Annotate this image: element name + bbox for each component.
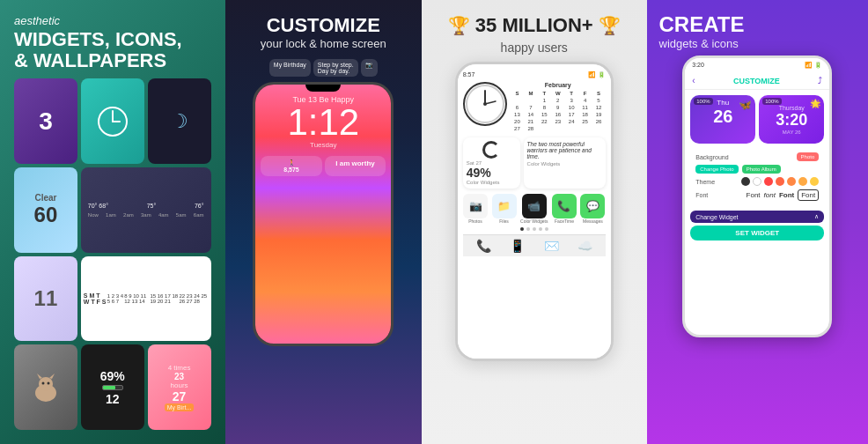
phone4-status-bar: 3:20 📶 🔋 [685,58,829,72]
widget-weather-wide: 70° 68° 75° 76° Now 1am 2am 3am 4am 5am … [81,167,211,253]
phone-mockup-3: 8:57 📶 🔋 February SMTWTFS [455,62,614,361]
font-option-4[interactable]: Font [798,189,819,201]
phone-widget-worthy: I am worthy [325,156,386,176]
background-setting-row: Background Photo [695,152,819,161]
widget-strip-item: My Birthday [269,59,311,77]
widget-clear-weather: Clear 60 [14,167,77,253]
theme-dot-yellow[interactable] [798,177,807,186]
svg-point-12 [483,102,487,106]
phone4-widget-1: 100% Thu 26 🦋 [690,95,755,144]
panel3-badge: 🏆 35 MILLION+ 🏆 [448,14,621,37]
theme-dot-row [741,177,819,186]
app-facetime: 📞 FaceTime [552,194,577,224]
trophy-icon: 🏆 [448,15,470,36]
phone-bottom-area: 🚶 8,575 I am worthy [255,151,391,181]
calendar-widget-3: February SMTWTFS 12345 6789101112 131415… [511,82,606,132]
phone-widget-steps: 🚶 8,575 [261,156,322,176]
phone-day: Tuesday [255,141,391,149]
phone-lock-area: Tue 13 Be Happy 1:12 Tuesday [255,92,391,151]
svg-marker-5 [37,374,42,379]
phone-time: 1:12 [255,104,391,141]
phone-4-container: 3:20 📶 🔋 ‹ CUSTOMIZE ⤴ 100% Thu 26 🦋 [659,56,857,337]
phone-mockup-2: Tue 13 Be Happy 1:12 Tuesday 🚶 8,575 I a… [253,82,394,346]
widget-number-11: 11 [14,256,77,342]
widgets-grid: 3 ☽ Clear 60 70° 68° 75° 76° [14,78,211,430]
panel-customize: CUSTOMIZE your lock & home screen My Bir… [225,0,423,444]
phone-clock-row: February SMTWTFS 12345 6789101112 131415… [463,82,606,132]
font-option-3[interactable]: Font [779,191,794,199]
font-options-row: Font font Font Font [747,189,820,201]
phone4-widget-row: 100% Thu 26 🦋 100% Thursday 3:20 MAY 26 … [685,90,829,149]
theme-dot-orange[interactable] [787,177,796,186]
panel-widgets: aesthetic WIDGETS, ICONS, & WALLPAPERS 3… [0,0,225,444]
analog-clock [463,82,507,126]
svg-point-7 [41,381,44,384]
trophy-icon-right: 🏆 [599,15,621,36]
bottom-apps-row: 📷 Photos 📁 Files 📹 Color Widgets 📞 FaceT… [463,194,606,224]
set-widget-button[interactable]: SET WIDGET [690,226,824,240]
theme-dot-red2[interactable] [776,177,784,186]
phone-notch [305,85,341,92]
widget-battery: 69% 12 [81,344,144,430]
theme-dot-black[interactable] [741,177,750,186]
widget-moon: ☽ [148,78,211,164]
phone4-header-bar: ‹ CUSTOMIZE ⤴ [685,72,829,90]
panel3-subtitle: happy users [448,41,621,55]
page-indicator [463,227,606,231]
app-files: 📁 Files [492,194,517,224]
theme-dot-red1[interactable] [764,177,773,186]
settings-panel: Background Photo Change Photo Photo Albu… [690,149,824,208]
widget-strip: My Birthday Step by step.Day by day. 📷 [261,57,386,78]
stat-widget-1: Sat 27 49% Color Widgets [463,137,520,189]
svg-marker-6 [49,374,55,379]
theme-dot-gold[interactable] [810,177,819,186]
widget-pink-counter: 4 times 23 hours 27 My Birt... [148,344,211,430]
theme-dot-white[interactable] [753,177,761,186]
app-camera: 📹 Color Widgets [520,194,548,224]
phone4-widget-2: 100% Thursday 3:20 MAY 26 🌟 [759,95,824,144]
panel1-subtitle: aesthetic [14,14,211,27]
change-photo-button[interactable]: Change Photo [695,165,738,174]
panel4-header: CREATE widgets & icons [659,12,857,50]
phone-screen-3: 8:57 📶 🔋 February SMTWTFS [458,64,611,359]
panel1-heading: WIDGETS, ICONS, & WALLPAPERS [14,29,211,71]
widget-cat-photo [14,344,77,430]
phone-stats-row: Sat 27 49% Color Widgets The two most po… [463,137,606,189]
font-setting-row: Font Font font Font Font [695,189,819,201]
panel2-title: CUSTOMIZE [261,14,386,37]
app-messages: 💬 Messages [580,194,605,224]
widget-strip-item: 📷 [361,59,378,77]
change-widget-row: Change Widget ∧ [690,211,824,223]
panel2-header: CUSTOMIZE your lock & home screen [246,0,401,57]
font-option-1[interactable]: Font [747,191,761,199]
panel-create: CREATE widgets & icons 3:20 📶 🔋 ‹ CUSTOM… [647,0,869,444]
photo-button[interactable]: Photo [797,152,820,161]
widget-calendar: S M T W T F S 1 2 3 4 5 6 7 8 9 10 11 12… [81,256,211,342]
font-option-2[interactable]: font [764,191,776,199]
panel-stats: 🏆 35 MILLION+ 🏆 happy users 8:57 📶 🔋 [422,0,647,444]
panel4-title: CREATE [659,12,857,37]
font-label: Font [695,192,708,198]
phone-status-bar-3: 8:57 📶 🔋 [463,71,606,78]
svg-point-4 [39,377,53,391]
photo-album-button[interactable]: Photo Album [742,165,781,174]
panel3-title: 35 MILLION+ [475,14,593,37]
quote-widget: The two most powerful warriors are patie… [524,137,606,189]
phone-mockup-4: 3:20 📶 🔋 ‹ CUSTOMIZE ⤴ 100% Thu 26 🦋 [682,56,832,337]
theme-setting-row: Theme [695,177,819,186]
svg-point-8 [47,381,49,384]
app-photos: 📷 Photos [463,194,488,224]
widget-strip-item: Step by step.Day by day. [313,59,358,77]
widget-clock-teal [81,78,144,164]
panel2-subtitle: your lock & home screen [261,37,386,50]
phone-dock: 📞 📱 ✉️ ☁️ [463,234,606,256]
panel4-subtitle: widgets & icons [659,37,857,50]
panel3-header: 🏆 35 MILLION+ 🏆 happy users [448,14,621,55]
widget-number-purple: 3 [14,78,77,164]
phone-screen-2: Tue 13 Be Happy 1:12 Tuesday 🚶 8,575 I a… [255,85,391,344]
photo-buttons-row: Change Photo Photo Album [695,165,819,174]
